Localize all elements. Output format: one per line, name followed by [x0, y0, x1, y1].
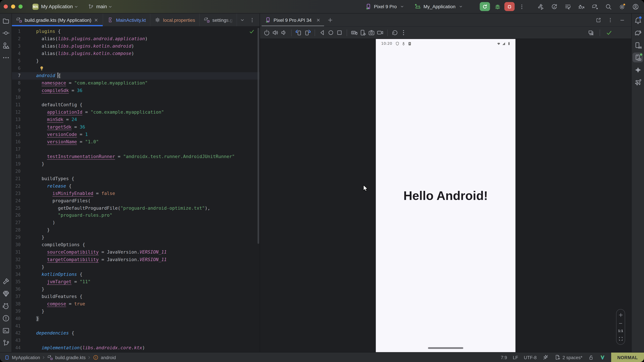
search-icon[interactable] — [605, 3, 612, 10]
hammer-tool-button[interactable] — [0, 275, 11, 287]
add-device-tab-button[interactable] — [327, 17, 333, 23]
code-line[interactable]: 38 compose = true — [12, 300, 260, 308]
code-line[interactable]: 36 } — [12, 286, 260, 293]
code-line[interactable]: 35 jvmTarget = "11" — [12, 278, 260, 286]
zoom-to-fit-button[interactable] — [618, 336, 623, 342]
code-line[interactable]: 39 } — [12, 308, 260, 315]
terminal-tool-button[interactable] — [0, 324, 11, 337]
line-number[interactable]: 14 — [12, 124, 36, 131]
apply-changes-icon[interactable]: A — [551, 3, 558, 10]
code-line[interactable]: 10 — [12, 94, 260, 102]
code-line[interactable]: 24 proguardFiles( — [12, 197, 260, 205]
code-line[interactable]: 33 } — [12, 264, 260, 271]
line-number[interactable]: 37 — [12, 293, 36, 300]
code-line[interactable]: 27 ) — [12, 219, 260, 227]
line-number[interactable]: 29 — [12, 234, 36, 242]
maximize-window-button[interactable] — [18, 4, 22, 8]
vcs-branch-selector[interactable]: main — [88, 4, 113, 9]
line-number[interactable]: 12 — [12, 109, 36, 116]
code-line[interactable]: 1plugins { — [12, 28, 260, 35]
code-line[interactable]: 14 targetSdk = 36 — [12, 124, 260, 131]
screen-record-icon[interactable] — [377, 28, 384, 37]
code-line[interactable]: 31 sourceCompatibility = JavaVersion.VER… — [12, 249, 260, 256]
code-line[interactable]: 7android { — [12, 72, 260, 79]
writable-status-icon[interactable] — [588, 355, 594, 360]
line-number[interactable]: 20 — [12, 168, 36, 175]
build-icon[interactable] — [537, 3, 544, 10]
line-number[interactable]: 42 — [12, 330, 36, 337]
more-h-tool-button[interactable] — [0, 51, 11, 63]
reset-icon[interactable] — [392, 28, 398, 37]
device-manager-tool-button[interactable] — [632, 39, 643, 51]
line-number[interactable]: 31 — [12, 249, 36, 256]
encoding-widget[interactable]: UTF-8 — [524, 355, 537, 360]
run-configuration-selector[interactable]: My_Application — [414, 3, 463, 10]
line-separator-widget[interactable]: LF — [513, 355, 518, 360]
code-line[interactable]: 42dependencies { — [12, 330, 260, 337]
layout-inspector-icon[interactable] — [587, 28, 594, 37]
line-number[interactable]: 3 — [12, 42, 36, 50]
line-number[interactable]: 6 — [12, 65, 36, 72]
code-line[interactable]: 8 namespace = "com.example.myapplication… — [12, 79, 260, 87]
line-number[interactable]: 21 — [12, 175, 36, 183]
gradle-tool-button[interactable] — [632, 27, 643, 39]
code-line[interactable]: 25 getDefaultProguardFile("proguard-andr… — [12, 205, 260, 212]
open-in-new-icon[interactable] — [595, 15, 602, 25]
overview-icon[interactable] — [336, 28, 343, 37]
line-number[interactable]: 23 — [12, 190, 36, 197]
code-line[interactable]: 20 — [12, 168, 260, 175]
code-line[interactable]: 29 } — [12, 234, 260, 242]
account-icon[interactable] — [632, 3, 639, 10]
line-number[interactable]: 34 — [12, 271, 36, 278]
line-number[interactable]: 11 — [12, 102, 36, 109]
device-settings-icon[interactable] — [360, 28, 366, 37]
code-line[interactable]: 11 defaultConfig { — [12, 102, 260, 109]
rotate-right-icon[interactable] — [304, 28, 311, 37]
caret-position-widget[interactable]: 7:9 — [501, 355, 507, 360]
code-line[interactable]: 44 implementation(libs.androidx.core.ktx… — [12, 345, 260, 352]
close-icon[interactable] — [316, 17, 321, 22]
code-line[interactable]: 2 alias(libs.plugins.android.application… — [12, 35, 260, 42]
code-line[interactable]: 22 release { — [12, 183, 260, 190]
line-number[interactable]: 26 — [12, 212, 36, 219]
volume-up-icon[interactable] — [272, 28, 279, 37]
editor-tab-build.gradle.kts[interactable]: build.gradle.kts (My Application) — [12, 13, 103, 26]
tab-options-icon[interactable] — [250, 17, 255, 23]
more-run-actions-button[interactable] — [519, 3, 525, 10]
line-number[interactable]: 41 — [12, 323, 36, 330]
line-number[interactable]: 10 — [12, 94, 36, 102]
line-number[interactable]: 19 — [12, 160, 36, 168]
code-line[interactable]: 34 kotlinOptions { — [12, 271, 260, 278]
code-editor[interactable]: 1plugins {2 alias(libs.plugins.android.a… — [12, 26, 260, 352]
resources-tool-button[interactable] — [0, 39, 11, 51]
line-number[interactable]: 7 — [12, 72, 36, 79]
debug-button[interactable] — [494, 3, 501, 10]
code-line[interactable]: 15 versionCode = 1 — [12, 131, 260, 138]
code-line[interactable]: 30 compileOptions { — [12, 241, 260, 249]
check-icon[interactable] — [606, 28, 612, 37]
editor-tab-MainActivity.kt[interactable]: MainActivity.kt — [103, 13, 150, 26]
minimize-window-button[interactable] — [11, 4, 15, 8]
line-number[interactable]: 13 — [12, 116, 36, 124]
line-number[interactable]: 32 — [12, 256, 36, 264]
line-number[interactable]: 43 — [12, 337, 36, 345]
editor-tab-settings.g[interactable]: settings.g — [200, 13, 237, 26]
code-line[interactable]: 18 testInstrumentationRunner = "androidx… — [12, 153, 260, 160]
line-number[interactable]: 30 — [12, 241, 36, 249]
rotate-left-icon[interactable] — [295, 28, 302, 37]
inspections-ok-icon[interactable] — [249, 29, 254, 34]
code-line[interactable]: 37 buildFeatures { — [12, 293, 260, 300]
running-devices-tool-button[interactable] — [632, 52, 643, 62]
plane-tool-button[interactable] — [632, 76, 643, 88]
line-number[interactable]: 18 — [12, 153, 36, 160]
line-number[interactable]: 27 — [12, 219, 36, 227]
line-number[interactable]: 16 — [12, 138, 36, 146]
code-line[interactable]: 17 — [12, 146, 260, 153]
line-number[interactable]: 39 — [12, 308, 36, 315]
ai-assistant-status-icon[interactable] — [542, 354, 548, 360]
editor-scrollbar[interactable] — [258, 28, 259, 244]
code-line[interactable]: 23 isMinifyEnabled = false — [12, 190, 260, 197]
zoom-actual-size-button[interactable]: 1:1 — [618, 329, 623, 333]
code-line[interactable]: 41 — [12, 323, 260, 330]
problems-tool-button[interactable] — [0, 312, 11, 324]
